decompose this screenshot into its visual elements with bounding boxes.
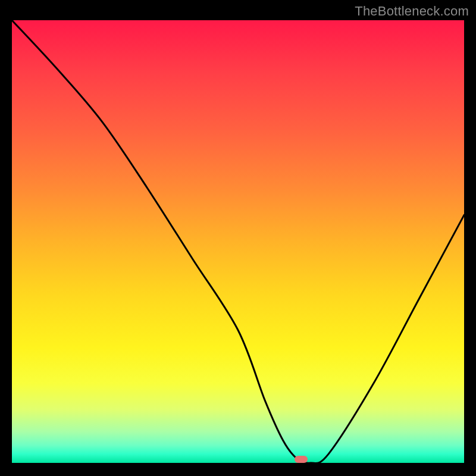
optimal-point-marker <box>295 456 308 463</box>
watermark-text: TheBottleneck.com <box>355 4 469 19</box>
plot-area <box>12 20 464 463</box>
bottleneck-chart: TheBottleneck.com <box>0 0 476 476</box>
bottleneck-curve-svg <box>12 20 464 463</box>
bottleneck-curve-path <box>12 20 464 463</box>
